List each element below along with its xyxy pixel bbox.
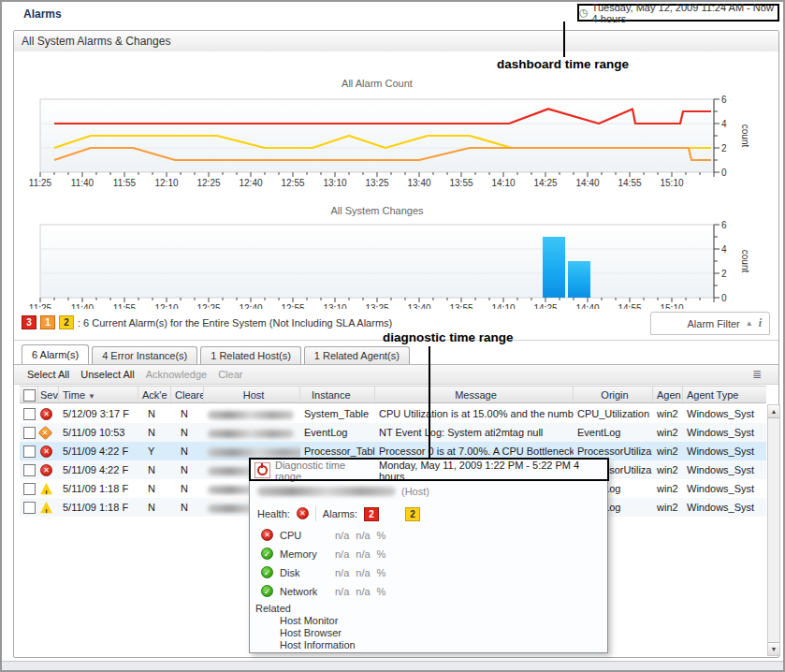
agent-cell: win2 — [653, 442, 683, 460]
col-message[interactable]: Message — [375, 387, 574, 404]
checkbox-icon[interactable] — [23, 446, 36, 458]
sort-desc-icon: ▼ — [88, 392, 95, 401]
agent-cell: win2 — [653, 404, 683, 423]
col-instance[interactable]: Instance — [300, 387, 375, 404]
host-cell[interactable] — [204, 404, 300, 423]
table-row[interactable]: ✕5/11/09 4:22 FYNProcessor_TablProcessor… — [20, 442, 766, 460]
cleared-cell: N — [171, 423, 204, 442]
severity-cell: ✕ — [38, 442, 59, 460]
alarm-tabs: 6 Alarm(s) 4 Error Instance(s) 1 Related… — [22, 344, 410, 364]
annotation-diagnostic-time-range: diagnostic time range — [383, 330, 514, 344]
svg-text:2: 2 — [721, 143, 727, 153]
related-link-host-monitor[interactable]: Host Monitor — [280, 615, 338, 626]
col-agent[interactable]: Agen — [653, 387, 683, 404]
svg-text:4: 4 — [721, 119, 727, 129]
tab-related-hosts[interactable]: 1 Related Host(s) — [200, 346, 301, 364]
tooltip-host-line: (Host) — [257, 486, 429, 497]
col-cleared[interactable]: Cleare — [171, 387, 204, 404]
col-acked[interactable]: Ack'e — [138, 387, 171, 404]
origin-cell: CPU_Utilization — [574, 404, 653, 423]
redacted-host-name — [208, 430, 294, 438]
table-header: Sev Time ▼ Ack'e Cleare Host Instance Me… — [20, 386, 766, 403]
alarm-filter[interactable]: Alarm Filter ▲ i — [650, 312, 770, 335]
time-cell: 5/11/09 4:22 F — [59, 460, 138, 479]
info-icon[interactable]: i — [759, 316, 762, 330]
fatal-icon: ✕ — [40, 464, 52, 476]
svg-text:12:40: 12:40 — [239, 178, 262, 188]
agent-type-cell: Windows_Syst — [683, 479, 766, 498]
row-checkbox[interactable] — [20, 442, 38, 460]
acked-cell: N — [138, 460, 171, 479]
metric-disk: ✓Diskn/an/a% — [261, 563, 385, 582]
select-all-checkbox[interactable] — [20, 387, 38, 404]
horizontal-scrollbar[interactable] — [2, 661, 783, 671]
table-row[interactable]: ✕5/12/09 3:17 FNNSystem_TableCPU Utiliza… — [20, 404, 766, 423]
time-cell: 5/11/09 10:53 — [59, 423, 138, 442]
tab-alarms[interactable]: 6 Alarm(s) — [22, 344, 89, 364]
related-label: Related — [255, 603, 291, 614]
message-cell: NT Event Log: System ati2mtag null — [375, 423, 574, 442]
tooltip-health-row: Health: ✕ Alarms: 2 2 — [257, 504, 420, 523]
row-checkbox[interactable] — [20, 460, 38, 479]
ok-icon: ✓ — [261, 548, 273, 560]
col-severity[interactable]: Sev — [38, 387, 59, 404]
checkbox-icon[interactable] — [23, 389, 36, 402]
table-customizer-icon[interactable]: ≣ — [752, 368, 762, 381]
col-origin[interactable]: Origin — [574, 387, 653, 404]
severity-cell: ! — [38, 498, 59, 517]
cleared-cell: N — [171, 479, 204, 498]
checkbox-icon[interactable] — [23, 464, 36, 476]
checkbox-icon[interactable] — [23, 427, 36, 439]
clear-button[interactable]: Clear — [218, 369, 242, 380]
tooltip-fatal-badge: 2 — [364, 507, 379, 521]
checkbox-icon[interactable] — [23, 483, 36, 495]
scroll-up-icon[interactable]: ▲ — [768, 405, 779, 418]
acknowledge-button[interactable]: Acknowledge — [146, 369, 207, 380]
related-link-host-information[interactable]: Host Information — [280, 639, 356, 650]
metric-network: ✓Networkn/an/a% — [261, 582, 385, 601]
row-checkbox[interactable] — [20, 498, 38, 517]
unselect-all-button[interactable]: Unselect All — [80, 369, 134, 380]
message-cell: CPU Utilization is at 15.00% and the num… — [375, 404, 574, 423]
warning-icon: ! — [40, 483, 52, 495]
svg-text:12:55: 12:55 — [281, 178, 304, 188]
system-changes-chart: 0246count11:2511:4011:5512:1012:2512:401… — [29, 221, 759, 316]
agent-type-cell: Windows_Syst — [683, 442, 766, 460]
warning-icon: ! — [40, 502, 52, 514]
tab-error-instances[interactable]: 4 Error Instance(s) — [92, 346, 197, 364]
host-cell[interactable] — [204, 423, 300, 442]
page-title: Alarms — [23, 7, 62, 21]
svg-text:14:55: 14:55 — [618, 178, 641, 188]
charts-region: All Alarm Count 0246count11:2511:4011:55… — [14, 51, 778, 310]
diagnostic-range-text: Monday, May 11, 2009 1:22 PM - 5:22 PM 4… — [379, 460, 607, 482]
row-checkbox[interactable] — [20, 479, 38, 498]
tab-related-agents[interactable]: 1 Related Agent(s) — [304, 346, 410, 364]
col-time[interactable]: Time ▼ — [59, 387, 138, 404]
svg-text:6: 6 — [721, 221, 727, 230]
message-cell: Processor 0 is at 7.00%. A CPU Bottlenec… — [375, 442, 574, 460]
table-row[interactable]: ✕5/11/09 10:53NNEventLogNT Event Log: Sy… — [20, 423, 766, 442]
metric-memory: ✓Memoryn/an/a% — [261, 545, 385, 563]
row-checkbox[interactable] — [20, 404, 38, 423]
table-vertical-scrollbar[interactable]: ▲ ▼ — [767, 404, 780, 656]
svg-text:6: 6 — [721, 95, 727, 105]
divider — [315, 506, 316, 521]
checkbox-icon[interactable] — [23, 408, 36, 420]
agent-type-cell: Windows_Syst — [683, 423, 766, 442]
annotation-dashboard-time-range: dashboard time range — [497, 57, 629, 71]
host-cell[interactable] — [204, 442, 300, 460]
time-range-clock-icon: ◷ — [579, 7, 589, 18]
row-checkbox[interactable] — [20, 423, 38, 442]
select-all-button[interactable]: Select All — [27, 369, 69, 380]
scroll-down-icon[interactable]: ▼ — [768, 642, 779, 655]
checkbox-icon[interactable] — [23, 502, 36, 514]
dashboard-time-range-selector[interactable]: ◷ Tuesday, May 12, 2009 11:24 AM - Now 4… — [577, 4, 779, 22]
severity-cell: ! — [38, 479, 59, 498]
fatal-icon: ✕ — [40, 446, 52, 458]
collapse-arrow-icon[interactable]: ▲ — [746, 319, 753, 328]
health-label: Health: — [257, 508, 290, 519]
diagnostic-launch-icon[interactable] — [254, 462, 270, 478]
col-agent-type[interactable]: Agent Type — [683, 387, 766, 404]
related-link-host-browser[interactable]: Host Browser — [280, 627, 342, 638]
col-host[interactable]: Host — [204, 387, 300, 404]
